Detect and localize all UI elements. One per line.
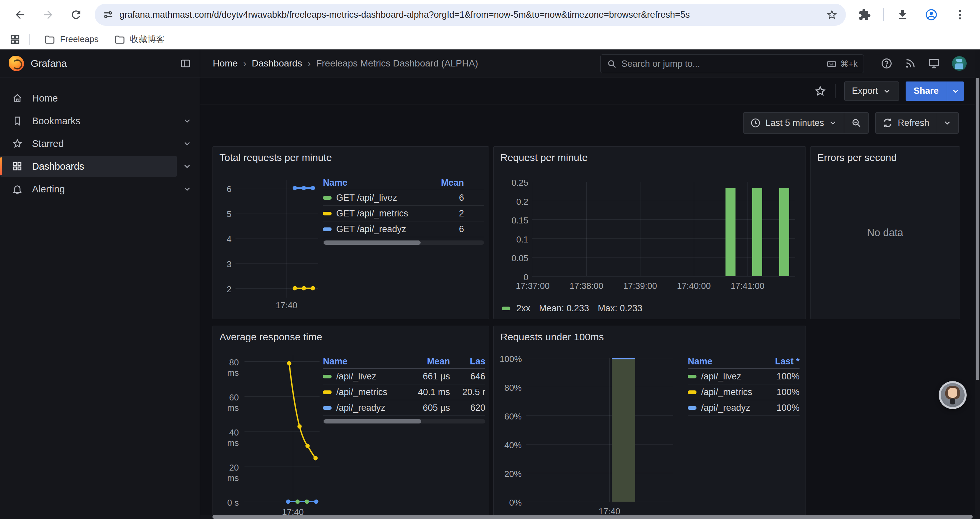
time-picker-group: Last 5 minutes	[743, 112, 869, 134]
vertical-scrollbar-thumb[interactable]	[976, 78, 979, 380]
legend-table: Name Mean Las /api/_livez 661 µs 646 /ap…	[323, 355, 485, 423]
panel-title: Average response time	[220, 331, 322, 343]
star-outline-icon[interactable]	[814, 85, 826, 97]
folder-icon	[44, 34, 56, 45]
bookmark-star-icon[interactable]	[826, 9, 838, 21]
panel-total-requests[interactable]: Total requests per minute 6 5 4 3 2	[213, 146, 489, 319]
refresh-button[interactable]: Refresh	[876, 113, 936, 133]
vertical-scrollbar[interactable]	[975, 50, 980, 515]
chevron-down-icon	[829, 118, 837, 127]
chevron-down-icon	[951, 87, 960, 96]
url-bar[interactable]: grafana.mathmast.com/d/deytv4rwavabkb/fr…	[95, 4, 846, 26]
downloads-icon[interactable]	[890, 2, 915, 27]
menu-kebab-icon[interactable]	[947, 2, 973, 27]
metrics-series-curve	[245, 355, 320, 508]
search-box[interactable]: ⌘+k	[600, 54, 864, 73]
legend-mean: Mean: 0.233	[539, 303, 589, 314]
chevron-down-icon[interactable]	[183, 116, 192, 126]
legend-row: /api/_readyz 605 µs 620	[323, 400, 485, 416]
legend-row: /api/_metrics 40.1 ms 20.5 r	[323, 385, 485, 400]
horizontal-scrollbar-thumb[interactable]	[213, 515, 973, 519]
breadcrumb: Home › Dashboards › Freeleaps Metrics Da…	[213, 50, 478, 77]
chevron-down-icon[interactable]	[183, 184, 192, 194]
line-chart: 6 5 4 3 2	[218, 180, 318, 297]
refresh-icon	[882, 118, 893, 128]
sidebar-toggle-icon[interactable]	[180, 58, 191, 69]
help-icon[interactable]	[881, 57, 892, 69]
home-icon	[12, 93, 23, 104]
breadcrumb-current: Freeleaps Metrics Dashboard (ALPHA)	[316, 58, 478, 69]
breadcrumb-home[interactable]: Home	[213, 58, 238, 69]
share-menu-button[interactable]	[947, 81, 964, 101]
bookmark-folder-blogs[interactable]: 收藏博客	[109, 31, 170, 47]
share-button-group: Share	[905, 81, 964, 101]
apps-grid-icon[interactable]	[10, 34, 21, 45]
sidebar-item-alerting[interactable]: Alerting	[0, 178, 200, 200]
legend: 2xx Mean: 0.233 Max: 0.233	[502, 303, 643, 314]
sidebar: Home Bookmarks Starred	[0, 77, 200, 519]
legend-row: GET /api/_metrics 2	[323, 206, 484, 222]
panel-errors-per-second[interactable]: Errors per second No data	[810, 146, 960, 319]
clock-icon	[750, 118, 761, 128]
legend-series[interactable]: 2xx	[516, 303, 530, 314]
chevron-right-icon: ›	[243, 58, 247, 69]
panel-request-per-minute[interactable]: Request per minute 0.25 0.2 0.15 0.1 0.0…	[493, 146, 806, 319]
keyboard-shortcut: ⌘+k	[826, 58, 858, 69]
legend-row: /api/_readyz 100%	[688, 400, 800, 416]
sidebar-item-starred[interactable]: Starred	[0, 132, 200, 155]
browser-actions	[852, 2, 973, 27]
sidebar-item-home[interactable]: Home	[0, 87, 200, 110]
rss-icon[interactable]	[905, 58, 916, 69]
legend-row: /api/_livez 661 µs 646	[323, 369, 485, 385]
refresh-interval-button[interactable]	[936, 113, 958, 133]
legend-row: /api/_metrics 100%	[688, 385, 800, 400]
legend-scrollbar[interactable]	[323, 241, 484, 245]
grafana-logo-icon[interactable]	[9, 56, 24, 71]
assistant-avatar[interactable]	[939, 381, 967, 409]
sidebar-item-bookmarks[interactable]: Bookmarks	[0, 110, 200, 132]
chevron-down-icon	[883, 87, 891, 96]
search-icon	[607, 59, 617, 69]
series-color-swatch	[323, 196, 332, 200]
bar-chart: 100% 80% 60% 40% 20% 0% 17:40	[500, 353, 681, 519]
user-avatar[interactable]	[952, 56, 967, 71]
chevron-down-icon[interactable]	[183, 139, 192, 148]
share-button[interactable]: Share	[905, 81, 947, 101]
fast-series-line	[287, 501, 318, 502]
bar-chart: 0.25 0.2 0.15 0.1 0.05 0	[500, 175, 799, 316]
zoom-out-button[interactable]	[844, 113, 868, 133]
series-color-swatch	[323, 406, 332, 410]
monitor-icon[interactable]	[928, 57, 940, 69]
chevron-down-icon[interactable]	[183, 162, 192, 171]
url-text[interactable]: grafana.mathmast.com/d/deytv4rwavabkb/fr…	[119, 10, 820, 20]
site-settings-icon[interactable]	[103, 10, 113, 20]
series-color-swatch	[323, 390, 332, 394]
sidebar-item-dashboards[interactable]: Dashboards	[0, 155, 200, 178]
time-range-button[interactable]: Last 5 minutes	[743, 113, 844, 133]
search-input[interactable]	[621, 59, 822, 69]
legend-scrollbar[interactable]	[323, 419, 485, 423]
screen: grafana.mathmast.com/d/deytv4rwavabkb/fr…	[0, 0, 980, 519]
panel-requests-under-100ms[interactable]: Requests under 100ms 100% 80% 60% 40% 20…	[493, 326, 806, 519]
horizontal-scrollbar[interactable]	[200, 515, 980, 519]
no-data-message: No data	[811, 147, 960, 319]
bookmarks-bar: Freeleaps 收藏博客	[0, 29, 980, 50]
bookmark-folder-freeleaps[interactable]: Freeleaps	[39, 32, 104, 47]
star-icon	[12, 138, 23, 149]
panel-title: Total requests per minute	[220, 152, 332, 163]
chevron-right-icon: ›	[307, 58, 311, 69]
extensions-icon[interactable]	[852, 2, 877, 27]
brand-area: Grafana	[0, 50, 200, 77]
grafana-header: Grafana Home › Dashboards › Freeleaps Me…	[0, 50, 980, 77]
panel-title: Requests under 100ms	[500, 331, 604, 343]
forward-icon[interactable]	[35, 2, 61, 27]
breadcrumb-dashboards[interactable]: Dashboards	[252, 58, 302, 69]
reload-icon[interactable]	[64, 2, 89, 27]
profile-icon[interactable]	[919, 2, 944, 27]
brand-name: Grafana	[31, 58, 67, 69]
legend-table: Name Mean GET /api/_livez 6 GET /api/_me…	[323, 176, 484, 245]
panel-avg-response-time[interactable]: Average response time 80 ms 60 ms 40 ms …	[213, 326, 489, 519]
export-button[interactable]: Export	[844, 81, 899, 101]
back-icon[interactable]	[7, 2, 33, 27]
series-color-swatch	[323, 212, 332, 216]
